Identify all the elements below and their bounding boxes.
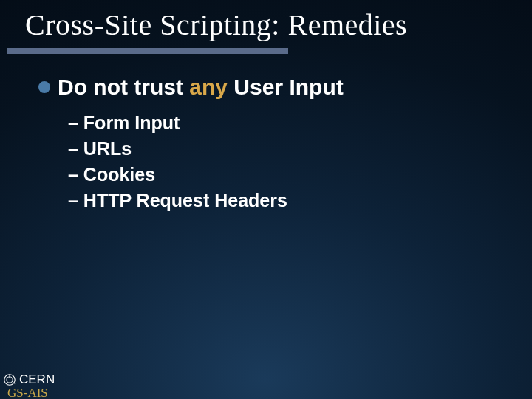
footer-top-row: CERN xyxy=(3,372,55,387)
footer: CERN GS-AIS xyxy=(3,372,55,399)
slide-content: Do not trust any User Input – Form Input… xyxy=(0,54,532,214)
footer-dept: GS-AIS xyxy=(3,386,55,399)
main-bullet-text: Do not trust any User Input xyxy=(58,75,344,100)
bullet-icon xyxy=(38,81,50,93)
list-item: – HTTP Request Headers xyxy=(68,188,532,214)
main-bullet: Do not trust any User Input xyxy=(38,75,532,100)
list-item: – URLs xyxy=(68,136,532,162)
title-underline xyxy=(7,48,288,54)
main-emphasis: any xyxy=(189,75,228,99)
cern-logo-icon xyxy=(3,373,16,386)
main-prefix: Do not trust xyxy=(58,75,189,99)
slide-title: Cross-Site Scripting: Remedies xyxy=(0,0,532,48)
main-suffix: User Input xyxy=(228,75,344,99)
list-item: – Cookies xyxy=(68,162,532,188)
sub-bullet-list: – Form Input – URLs – Cookies – HTTP Req… xyxy=(38,110,532,214)
list-item: – Form Input xyxy=(68,110,532,136)
footer-org: CERN xyxy=(19,372,55,387)
